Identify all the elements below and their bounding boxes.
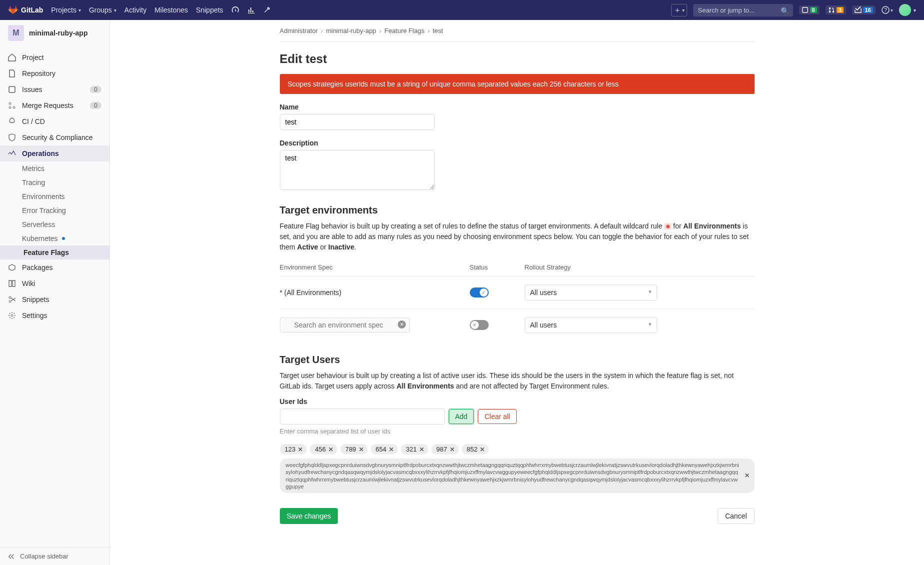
env-toggle-0[interactable]: ✓	[470, 288, 489, 298]
sidebar-item-packages[interactable]: Packages	[0, 260, 109, 276]
nav-snippets[interactable]: Snippets	[196, 6, 223, 14]
sidebar-item-security[interactable]: Security & Compliance	[0, 130, 109, 146]
header-mr-badge[interactable]: 3	[826, 6, 846, 14]
chip-5: 987✕	[431, 444, 459, 454]
performance-icon[interactable]	[231, 6, 239, 14]
clear-all-button[interactable]: Clear all	[478, 409, 516, 424]
users-section-desc: Target user behaviour is built up by cre…	[280, 370, 755, 392]
sidebar-project-header[interactable]: M minimal-ruby-app	[0, 20, 109, 46]
nav-activity[interactable]: Activity	[124, 6, 146, 14]
env-search-input[interactable]	[280, 318, 410, 332]
breadcrumb-0[interactable]: Administrator	[280, 27, 318, 34]
chip-remove-icon[interactable]: ✕	[389, 446, 394, 453]
chip-2: 789✕	[340, 444, 368, 454]
user-menu[interactable]	[899, 4, 916, 16]
help-icon[interactable]: ?	[882, 6, 893, 14]
breadcrumb-3: test	[433, 27, 443, 34]
sidebar-sub-kubernetes[interactable]: Kubernetes	[0, 232, 109, 246]
top-navbar: GitLab Projects Groups Activity Mileston…	[0, 0, 924, 20]
gitlab-logo[interactable]: GitLab	[8, 6, 43, 14]
chip-remove-icon[interactable]: ✕	[298, 446, 303, 453]
package-icon	[8, 264, 16, 272]
svg-rect-0	[802, 8, 808, 13]
env-toggle-new[interactable]: ✕	[470, 320, 489, 330]
collapse-sidebar[interactable]: Collapse sidebar	[0, 547, 109, 565]
chip-4: 321✕	[401, 444, 428, 454]
sidebar-item-operations[interactable]: Operations	[0, 146, 109, 162]
userids-help: Enter comma separated list of user ids	[280, 428, 755, 435]
doc-icon	[8, 70, 16, 78]
sidebar-sub-tracing[interactable]: Tracing	[0, 176, 109, 190]
cancel-button[interactable]: Cancel	[718, 508, 755, 524]
x-icon: ✕	[471, 321, 479, 329]
chart-icon[interactable]	[247, 6, 255, 14]
env-table: Environment Spec Status Rollout Strategy…	[280, 258, 755, 341]
svg-point-2	[829, 11, 831, 13]
sidebar-item-wiki[interactable]: Wiki	[0, 276, 109, 292]
env-spec-0: * (All Environments)	[280, 288, 470, 296]
dot-indicator	[62, 237, 65, 240]
env-row-new: 🔍 ✕ ✕ All users	[280, 309, 755, 341]
env-strategy-new[interactable]: All users	[525, 317, 657, 333]
header-todo-badge[interactable]: 16	[852, 6, 876, 14]
sidebar: M minimal-ruby-app Project Repository Is…	[0, 20, 110, 565]
gear-icon	[8, 312, 16, 320]
env-section-title: Target environments	[280, 204, 755, 216]
userids-input[interactable]	[280, 408, 445, 424]
clear-search-icon[interactable]: ✕	[398, 320, 406, 328]
env-section-desc: Feature Flag behavior is built up by cre…	[280, 221, 755, 252]
sidebar-item-cicd[interactable]: CI / CD	[0, 114, 109, 130]
chip-remove-icon[interactable]: ✕	[480, 446, 485, 453]
main-content: Administrator› minimal-ruby-app› Feature…	[110, 20, 924, 565]
nav-milestones[interactable]: Milestones	[154, 6, 188, 14]
chips-container: 123✕ 456✕ 789✕ 654✕ 321✕ 987✕ 852✕	[280, 444, 755, 454]
sidebar-item-settings[interactable]: Settings	[0, 308, 109, 324]
sidebar-sub-feature-flags[interactable]: Feature Flags	[0, 246, 109, 260]
scissors-icon	[8, 296, 16, 304]
sidebar-item-snippets[interactable]: Snippets	[0, 292, 109, 308]
svg-point-3	[832, 11, 834, 13]
wrench-icon[interactable]	[263, 6, 271, 14]
chip-remove-icon[interactable]: ✕	[359, 446, 364, 453]
userids-label: User Ids	[280, 398, 755, 406]
desc-input[interactable]: test	[280, 150, 435, 190]
sidebar-sub-environments[interactable]: Environments	[0, 190, 109, 204]
breadcrumb: Administrator› minimal-ruby-app› Feature…	[280, 20, 755, 42]
search-wrap: 🔍	[693, 4, 793, 16]
save-button[interactable]: Save changes	[280, 508, 338, 524]
operations-icon	[8, 150, 16, 158]
sidebar-item-merge-requests[interactable]: Merge Requests0	[0, 98, 109, 114]
header-issues-badge[interactable]: 8	[799, 6, 820, 14]
chip-remove-icon[interactable]: ✕	[419, 446, 424, 453]
name-input[interactable]	[280, 114, 435, 130]
nav-groups[interactable]: Groups	[89, 6, 116, 14]
home-icon	[8, 54, 16, 62]
sidebar-sub-metrics[interactable]: Metrics	[0, 162, 109, 176]
nav-projects[interactable]: Projects	[51, 6, 81, 14]
search-input[interactable]	[693, 4, 793, 16]
breadcrumb-2[interactable]: Feature Flags	[384, 27, 424, 34]
sidebar-item-repository[interactable]: Repository	[0, 66, 109, 82]
collapse-icon	[8, 553, 15, 560]
breadcrumb-1[interactable]: minimal-ruby-app	[326, 27, 376, 34]
add-button[interactable]: Add	[449, 409, 474, 424]
chip-remove-icon[interactable]: ✕	[745, 472, 750, 480]
svg-rect-6	[9, 86, 15, 92]
svg-text:?: ?	[884, 8, 887, 13]
sidebar-item-project[interactable]: Project	[0, 50, 109, 66]
tanuki-icon	[8, 6, 18, 14]
sidebar-item-issues[interactable]: Issues0	[0, 82, 109, 98]
env-header-spec: Environment Spec	[280, 264, 470, 271]
env-strategy-0[interactable]: All users	[525, 284, 657, 300]
plus-icon[interactable]: ＋	[671, 4, 687, 16]
sidebar-sub-serverless[interactable]: Serverless	[0, 218, 109, 232]
chip-remove-icon[interactable]: ✕	[450, 446, 455, 453]
merge-icon	[8, 102, 16, 110]
sidebar-sub-error-tracking[interactable]: Error Tracking	[0, 204, 109, 218]
env-search-wrap: 🔍 ✕	[280, 318, 410, 332]
desc-label: Description	[280, 139, 755, 147]
svg-point-12	[11, 314, 13, 316]
chip-remove-icon[interactable]: ✕	[328, 446, 333, 453]
rocket-icon	[8, 118, 16, 126]
project-name: minimal-ruby-app	[29, 29, 87, 37]
